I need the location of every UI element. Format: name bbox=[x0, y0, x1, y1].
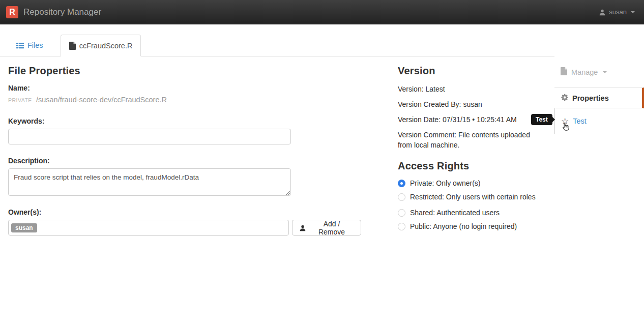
description-label: Description: bbox=[8, 157, 361, 165]
radio-icon[interactable] bbox=[398, 209, 405, 217]
sidebar-item-properties[interactable]: Properties bbox=[554, 87, 644, 108]
sidebar-item-properties-label: Properties bbox=[572, 94, 609, 102]
file-icon bbox=[69, 42, 76, 50]
keywords-input[interactable] bbox=[8, 129, 291, 144]
file-properties-section: File Properties Name: PRIVATE /susan/fra… bbox=[8, 60, 361, 236]
owners-row: susan Add / Remove bbox=[8, 220, 361, 236]
logo-letter: R bbox=[9, 8, 15, 17]
keywords-label: Keywords: bbox=[8, 117, 361, 125]
access-option-restricted-label: Restricted: Only users with certain role… bbox=[410, 193, 536, 201]
radio-selected-icon[interactable] bbox=[398, 180, 405, 187]
sidebar-item-test-label: Test bbox=[573, 117, 587, 125]
add-remove-owner-button[interactable]: Add / Remove bbox=[292, 220, 361, 236]
name-label: Name: bbox=[8, 84, 361, 92]
access-option-restricted[interactable]: Restricted: Only users with certain role… bbox=[398, 193, 550, 201]
app-header: R Repository Manager susan bbox=[0, 0, 644, 24]
tab-ccfraudscore[interactable]: ccFraudScore.R bbox=[61, 35, 141, 56]
version-section: Version Version: Latest Version Created … bbox=[398, 60, 550, 236]
user-name: susan bbox=[609, 8, 627, 16]
access-option-private-label: Private: Only owner(s) bbox=[410, 179, 480, 187]
tab-bar: Files ccFraudScore.R bbox=[0, 35, 554, 56]
version-created-by: Version Created By: susan bbox=[398, 99, 550, 109]
version-date: Version Date: 07/31/15 • 10:25:41 AM bbox=[398, 114, 550, 125]
manage-menu-label: Manage bbox=[571, 68, 598, 76]
version-comment: Version Comment: File contents uploaded … bbox=[398, 130, 535, 150]
access-option-shared-label: Shared: Authenticated users bbox=[410, 209, 500, 217]
chevron-down-icon bbox=[631, 11, 635, 13]
access-option-public-label: Public: Anyone (no login required) bbox=[410, 222, 517, 230]
tab-files[interactable]: Files bbox=[8, 35, 51, 56]
owners-label: Owner(s): bbox=[8, 208, 361, 216]
test-tooltip: Test bbox=[531, 114, 552, 125]
pointer-cursor-icon bbox=[561, 122, 570, 134]
access-option-private[interactable]: Private: Only owner(s) bbox=[398, 179, 550, 187]
radio-icon[interactable] bbox=[398, 223, 405, 230]
tab-files-label: Files bbox=[27, 41, 43, 49]
description-input[interactable]: Fraud score script that relies on the mo… bbox=[8, 168, 291, 196]
page: R Repository Manager susan Files ccFraud… bbox=[0, 0, 644, 322]
manage-menu[interactable]: Manage bbox=[554, 56, 644, 87]
owner-tag: susan bbox=[11, 223, 37, 232]
access-rights-title: Access Rights bbox=[398, 160, 550, 172]
file-path: /susan/fraud-score-dev/ccFraudScore.R bbox=[36, 96, 167, 104]
file-icon bbox=[561, 67, 567, 77]
access-option-shared[interactable]: Shared: Authenticated users bbox=[398, 209, 550, 217]
add-remove-owner-label: Add / Remove bbox=[309, 220, 354, 236]
app-title: Repository Manager bbox=[23, 7, 101, 17]
file-properties-title: File Properties bbox=[8, 65, 361, 77]
visibility-badge: PRIVATE bbox=[8, 97, 32, 103]
access-option-public[interactable]: Public: Anyone (no login required) bbox=[398, 222, 550, 230]
gear-icon bbox=[561, 94, 568, 103]
list-icon bbox=[16, 42, 24, 49]
version-line: Version: Latest bbox=[398, 84, 550, 94]
version-title: Version bbox=[398, 65, 550, 77]
tab-ccfraudscore-label: ccFraudScore.R bbox=[79, 42, 133, 50]
file-name-line: PRIVATE /susan/fraud-score-dev/ccFraudSc… bbox=[8, 96, 361, 104]
radio-icon[interactable] bbox=[398, 193, 405, 201]
app-logo-icon: R bbox=[6, 6, 18, 18]
chevron-down-icon bbox=[603, 71, 607, 73]
owners-input[interactable]: susan bbox=[8, 220, 289, 236]
user-icon bbox=[599, 9, 606, 16]
person-icon bbox=[299, 224, 306, 231]
user-menu[interactable]: susan bbox=[599, 8, 635, 16]
